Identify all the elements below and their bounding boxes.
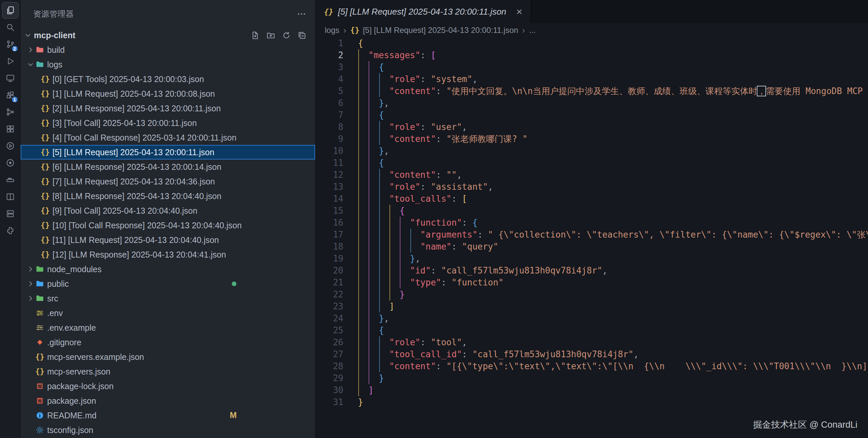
new-folder-button[interactable] — [266, 31, 275, 40]
run-debug-button[interactable] — [2, 53, 19, 69]
code-text: { — [358, 37, 363, 49]
tree-item-label: [8] [LLM Response] 2025-04-13 20:04:40.j… — [53, 192, 221, 201]
tree-item[interactable]: .gitignore — [21, 335, 315, 350]
refresh-button[interactable] — [282, 31, 291, 40]
explorer-button[interactable] — [2, 2, 19, 19]
tree-item[interactable]: {}[11] [LLM Request] 2025-04-13 20:04:40… — [21, 233, 315, 247]
tree-item[interactable]: {}[1] [LLM Request] 2025-04-13 20:00:08.… — [21, 86, 315, 101]
chevron-right-icon[interactable] — [26, 265, 35, 273]
badge: 2 — [11, 45, 18, 52]
chevron-right-icon[interactable] — [26, 280, 35, 288]
tree-item[interactable]: {}mcp-servers.example.json — [21, 350, 315, 364]
code-line: 3 { — [315, 61, 868, 73]
folder-icon — [35, 60, 44, 69]
code-line: 4 "role": "system", — [315, 73, 868, 85]
tree-item[interactable]: {}[8] [LLM Response] 2025-04-13 20:04:40… — [21, 189, 315, 203]
tree-item[interactable]: {}[7] [LLM Request] 2025-04-13 20:04:36.… — [21, 174, 315, 189]
breadcrumb-separator-icon: › — [522, 25, 525, 35]
server-button[interactable] — [2, 205, 19, 222]
breadcrumb-label: [5] [LLM Request] 2025-04-13 20:00:11.js… — [363, 26, 518, 35]
line-number: 27 — [315, 348, 358, 360]
tree-item[interactable]: {}[6] [LLM Response] 2025-04-13 20:00:14… — [21, 159, 315, 174]
tree-item[interactable]: src — [21, 291, 315, 306]
line-number: 17 — [315, 229, 358, 241]
project-section-header[interactable]: mcp-client — [21, 28, 315, 42]
folder-icon — [35, 265, 44, 273]
code-line: 26 "role": "tool", — [315, 336, 868, 348]
grid-icon — [6, 124, 15, 134]
breadcrumb-item[interactable]: ... — [529, 26, 536, 35]
tree-item[interactable]: package-lock.json — [21, 379, 315, 393]
extensions-button[interactable]: 1 — [2, 87, 19, 104]
tree-item[interactable]: build — [21, 42, 315, 57]
collapse-all-button[interactable] — [298, 31, 307, 40]
grid-button[interactable] — [2, 121, 19, 137]
code-line: 12 "content": "", — [315, 169, 868, 181]
code-line: 18 "name": "query" — [315, 241, 868, 253]
tree-item[interactable]: {}[3] [Tool Call] 2025-04-13 20:00:11.js… — [21, 116, 315, 130]
line-number: 15 — [315, 205, 358, 217]
chevron-down-icon[interactable] — [26, 60, 35, 68]
tree-item[interactable]: logs — [21, 57, 315, 72]
tree-item[interactable]: {}[10] [Tool Call Response] 2025-04-13 2… — [21, 218, 315, 233]
graph-button[interactable] — [2, 104, 19, 120]
code-text: "id": "call_f57lm53wju813h0qv78i4j8r", — [358, 265, 607, 276]
tree-item[interactable]: tsconfig.json — [21, 423, 315, 437]
code-text: ] — [358, 384, 374, 396]
breadcrumb-item[interactable]: {}[5] [LLM Request] 2025-04-13 20:00:11.… — [350, 26, 518, 35]
tree-item[interactable]: {}[4] [Tool Call Response] 2025-03-14 20… — [21, 130, 315, 145]
tree-item[interactable]: .env.example — [21, 320, 315, 335]
sliders-icon — [35, 323, 44, 332]
code-text: { — [358, 324, 384, 336]
code-line: 22 } — [315, 288, 868, 300]
tree-item[interactable]: node_modules — [21, 262, 315, 276]
json-icon: {} — [40, 192, 50, 200]
more-actions-button[interactable] — [297, 9, 307, 19]
layout-button[interactable] — [2, 188, 19, 205]
breadcrumb-item[interactable]: logs — [325, 26, 339, 35]
tree-item[interactable]: {}mcp-servers.json — [21, 364, 315, 379]
tree-item[interactable]: package.json — [21, 393, 315, 408]
tree-item[interactable]: {}[12] [LLM Response] 2025-04-13 20:04:4… — [21, 247, 315, 262]
json-icon: {} — [35, 367, 44, 376]
line-number: 18 — [315, 241, 358, 253]
line-number: 10 — [315, 145, 358, 157]
explorer-icon — [6, 5, 15, 15]
close-icon[interactable]: × — [516, 6, 523, 17]
tree-item[interactable]: .env — [21, 306, 315, 320]
tree-item-label: src — [47, 294, 58, 303]
active-tab[interactable]: {} [5] [LLM Request] 2025-04-13 20:00:11… — [315, 0, 531, 23]
code-text: "content": "张老师教哪门课? " — [358, 133, 528, 145]
tree-item[interactable]: {}[2] [LLM Response] 2025-04-13 20:00:11… — [21, 101, 315, 116]
chevron-right-icon[interactable] — [26, 46, 35, 54]
json-icon: {} — [324, 8, 333, 16]
tree-item[interactable]: {}[5] [LLM Request] 2025-04-13 20:00:11.… — [21, 145, 315, 159]
folder-icon — [35, 294, 44, 303]
chevron-right-icon[interactable] — [26, 294, 35, 302]
project-name: mcp-client — [34, 31, 75, 40]
tree-item-label: mcp-servers.json — [47, 367, 110, 377]
code-text: "role": "user", — [358, 121, 467, 133]
new-file-button[interactable] — [251, 31, 260, 40]
docker-button[interactable] — [2, 172, 19, 188]
line-number: 5 — [315, 85, 358, 97]
record-button[interactable] — [2, 154, 19, 171]
remote-explorer-button[interactable] — [2, 70, 19, 86]
activity-bar: 21 — [0, 0, 21, 438]
tree-item[interactable]: README.mdM — [21, 408, 315, 423]
puzzle-button[interactable] — [2, 222, 19, 239]
search-button[interactable] — [2, 19, 19, 35]
tree-item[interactable]: public — [21, 276, 315, 291]
tree-item[interactable]: {}[0] [GET Tools] 2025-04-13 20:00:03.js… — [21, 72, 315, 86]
chevron-down-icon[interactable] — [23, 31, 33, 39]
code-editor[interactable]: 1{2 "messages": [3 {4 "role": "system",5… — [315, 37, 868, 438]
source-control-button[interactable]: 2 — [2, 36, 19, 53]
tree-item[interactable]: {}[9] [Tool Call] 2025-04-13 20:04:40.js… — [21, 203, 315, 218]
line-number: 4 — [315, 73, 358, 85]
line-number: 7 — [315, 109, 358, 121]
live-preview-button[interactable] — [2, 138, 19, 154]
line-number: 24 — [315, 312, 358, 324]
tree-item-label: [11] [LLM Request] 2025-04-13 20:04:40.j… — [53, 235, 219, 245]
line-number: 28 — [315, 360, 358, 372]
line-number: 16 — [315, 217, 358, 229]
